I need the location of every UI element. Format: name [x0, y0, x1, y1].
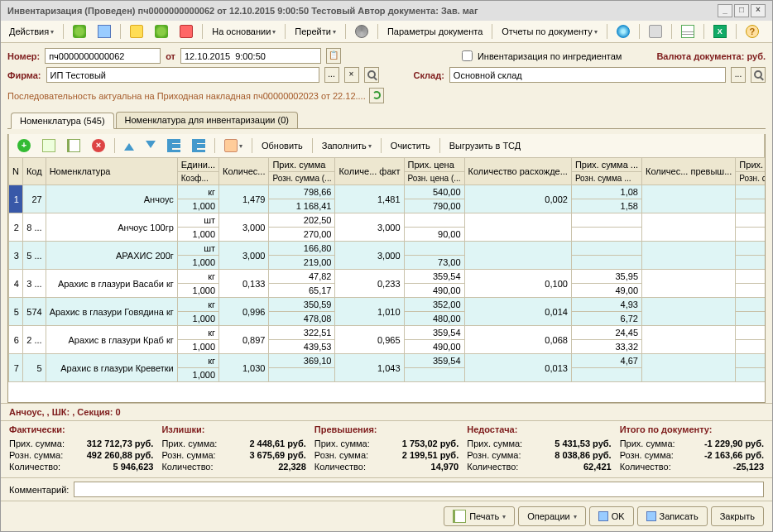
totals-panel: Фактически: Прих. сумма:312 712,73 руб. …: [1, 420, 772, 478]
row-add-button[interactable]: +: [12, 137, 36, 155]
row-delete-button[interactable]: ×: [87, 137, 110, 155]
firm-search-button[interactable]: [364, 67, 379, 83]
row-sort-desc-button[interactable]: [187, 137, 210, 155]
tab-nomenclature[interactable]: Номенклатура (545): [11, 113, 114, 129]
data-grid[interactable]: N Код Номенклатура Едини... Количес... П…: [8, 157, 765, 382]
col-n[interactable]: N: [9, 158, 23, 185]
tab-inv-nomenclature[interactable]: Номенклатура для инвентаризации (0): [116, 112, 298, 128]
doc-params-button[interactable]: Параметры документа: [382, 24, 487, 39]
col-qty-over[interactable]: Количес... превыш...: [642, 158, 736, 185]
col-coef[interactable]: Коэф...: [177, 172, 218, 185]
grid-refresh-button[interactable]: Обновить: [257, 138, 308, 153]
col-sum-in-over[interactable]: Прих. сумма превы...: [736, 158, 765, 172]
date-input[interactable]: [180, 48, 321, 64]
col-sum-retail-over[interactable]: Розн. сумма превы...: [736, 172, 765, 185]
comment-row: Комментарий:: [1, 478, 772, 501]
totals-short: Недостача: Прих. сумма:5 431,53 руб. Роз…: [467, 423, 611, 472]
comment-label: Комментарий:: [9, 485, 69, 495]
maximize-button[interactable]: □: [734, 4, 749, 17]
col-qty-diff[interactable]: Количество расхожде...: [464, 158, 571, 185]
store-select-button[interactable]: ...: [731, 67, 746, 83]
col-sum-in-d[interactable]: Прих. сумма ...: [571, 158, 641, 172]
store-input[interactable]: [449, 67, 726, 83]
tabs: Номенклатура (545) Номенклатура для инве…: [7, 112, 766, 129]
doc-reports-menu[interactable]: Отчеты по документу: [497, 24, 602, 39]
row-edit-button[interactable]: [62, 137, 85, 155]
tb-excel-icon[interactable]: X: [708, 22, 732, 41]
table-row[interactable]: 127Анчоускг1,479798,661,481540,000,0021,…: [9, 185, 766, 199]
col-sum-retail-d[interactable]: Розн. сумма ...: [571, 172, 641, 185]
firm-select-button[interactable]: ...: [324, 67, 339, 83]
ok-button[interactable]: OK: [589, 506, 634, 526]
totals-fact: Фактически: Прих. сумма:312 712,73 руб. …: [9, 423, 153, 472]
row-pick-button[interactable]: [219, 137, 247, 155]
tb-new-icon[interactable]: [68, 22, 91, 41]
col-sum-retail[interactable]: Розн. сумма (...: [269, 172, 335, 185]
table-row[interactable]: 5574Арахис в глазури Говядина кгкг0,9963…: [9, 298, 766, 312]
goto-menu[interactable]: Перейти: [290, 24, 341, 39]
firm-clear-button[interactable]: ×: [344, 67, 359, 83]
table-row[interactable]: 43 ...Арахис в глазури Васаби кгкг0,1334…: [9, 270, 766, 284]
grid-panel: + × Обновить Заполнить Очистить Выгрузит…: [7, 134, 766, 403]
sequence-note: Последовательность актуальна на Приходна…: [7, 86, 766, 105]
close-button[interactable]: ×: [751, 4, 766, 17]
window-controls: _ □ ×: [718, 4, 766, 17]
totals-over: Излишки: Прих. сумма:2 448,61 руб. Розн.…: [161, 423, 305, 472]
row-sort-asc-button[interactable]: [162, 137, 185, 155]
date-picker-button[interactable]: 📋: [326, 48, 341, 64]
minimize-button[interactable]: _: [718, 4, 732, 17]
app-window: Инвентаризация (Проведен) пч000000000006…: [0, 0, 773, 532]
row-down-button[interactable]: [141, 136, 161, 156]
save-button[interactable]: Записать: [637, 506, 708, 526]
tb-history-icon[interactable]: [350, 22, 373, 41]
col-sum-in[interactable]: Прих. сумма: [269, 158, 335, 172]
tb-attach-icon[interactable]: [644, 22, 667, 41]
current-row-info: Анчоус, , ШК: , Секция: 0: [1, 403, 772, 420]
grid-fill-button[interactable]: Заполнить: [317, 138, 377, 153]
from-label: от: [166, 51, 175, 61]
grid-scroll[interactable]: N Код Номенклатура Едини... Количес... П…: [8, 157, 765, 402]
comment-input[interactable]: [74, 482, 764, 497]
number-label: Номер:: [7, 51, 40, 61]
tb-refresh-icon[interactable]: [612, 22, 635, 41]
col-qty[interactable]: Количес...: [219, 158, 269, 185]
tb-copy-icon[interactable]: [93, 22, 116, 41]
row-copy-button[interactable]: [37, 137, 60, 155]
col-qty-fact[interactable]: Количе... факт: [335, 158, 404, 185]
tb-post-icon[interactable]: [150, 22, 173, 41]
titlebar: Инвентаризация (Проведен) пч000000000006…: [1, 1, 772, 21]
table-row[interactable]: 75Арахис в глазури Креветкикг1,030369,10…: [9, 354, 766, 368]
col-unit[interactable]: Едини...: [177, 158, 218, 172]
number-input[interactable]: [45, 48, 161, 64]
tb-struct-icon[interactable]: [676, 22, 699, 41]
col-code[interactable]: Код: [22, 158, 46, 185]
bottom-buttons: Печать Операции OK Записать Закрыть: [1, 501, 772, 531]
header-form: Номер: от 📋 Инвентаризация по ингредиент…: [1, 43, 772, 134]
totals-excess: Превышения: Прих. сумма:1 753,02 руб. Ро…: [314, 423, 459, 472]
table-row[interactable]: 28 ...Анчоус 100гршт3,000202,503,000: [9, 213, 766, 228]
grid-export-tsd-button[interactable]: Выгрузить в ТСД: [444, 138, 526, 153]
print-button[interactable]: Печать: [444, 506, 515, 526]
col-price-in[interactable]: Прих. цена: [404, 158, 464, 172]
tb-help-icon[interactable]: ?: [741, 22, 764, 41]
grid-clear-button[interactable]: Очистить: [386, 138, 435, 153]
sequence-refresh-button[interactable]: [369, 88, 384, 103]
operations-button[interactable]: Операции: [518, 506, 585, 526]
based-on-menu[interactable]: На основании: [207, 24, 281, 39]
table-row[interactable]: 62 ...Арахис в глазури Краб кгкг0,897322…: [9, 326, 766, 340]
window-title: Инвентаризация (Проведен) пч000000000006…: [7, 6, 718, 16]
store-search-button[interactable]: [751, 67, 766, 83]
table-row[interactable]: 35 ...АРАХИС 200гшт3,000166,803,000: [9, 242, 766, 256]
actions-menu[interactable]: Действия: [4, 24, 59, 39]
grid-toolbar: + × Обновить Заполнить Очистить Выгрузит…: [8, 134, 765, 157]
firm-label: Фирма:: [7, 70, 41, 80]
col-price-retail[interactable]: Розн. цена (...: [404, 172, 464, 185]
main-toolbar: Действия На основании Перейти Параметры …: [1, 21, 772, 43]
row-up-button[interactable]: [119, 138, 139, 153]
firm-input[interactable]: [46, 67, 319, 83]
ingredients-checkbox[interactable]: Инвентаризация по ингредиентам: [459, 48, 622, 64]
tb-unpost-icon[interactable]: [175, 22, 198, 41]
tb-goto-icon[interactable]: [125, 22, 148, 41]
col-nom[interactable]: Номенклатура: [46, 158, 177, 185]
close-window-button[interactable]: Закрыть: [711, 506, 764, 526]
